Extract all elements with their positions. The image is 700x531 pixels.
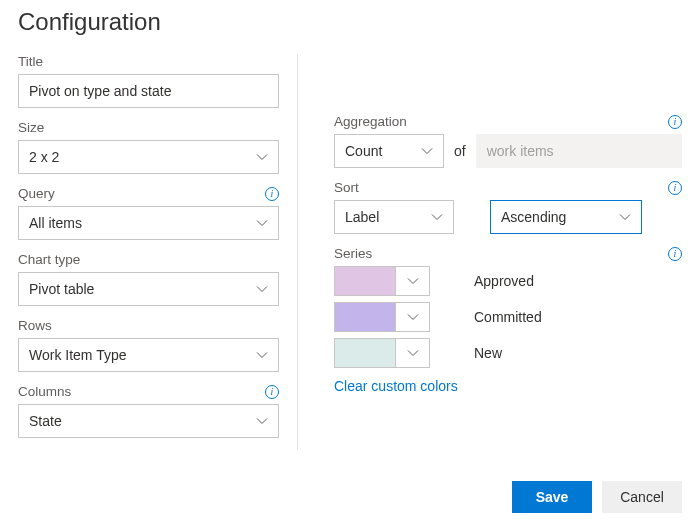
chevron-down-icon bbox=[256, 217, 268, 229]
chart-type-label: Chart type bbox=[18, 252, 80, 267]
series-name: Approved bbox=[474, 273, 534, 289]
color-swatch bbox=[334, 302, 396, 332]
clear-custom-colors-link[interactable]: Clear custom colors bbox=[334, 378, 458, 394]
chevron-down-icon bbox=[256, 151, 268, 163]
chevron-down-icon bbox=[421, 145, 433, 157]
chevron-down-icon bbox=[256, 283, 268, 295]
aggregation-label: Aggregation bbox=[334, 114, 407, 129]
series-row: Approved bbox=[334, 266, 682, 296]
chart-type-select[interactable]: Pivot table bbox=[18, 272, 279, 306]
color-dropdown[interactable] bbox=[396, 302, 430, 332]
info-icon[interactable]: i bbox=[265, 385, 279, 399]
series-label: Series bbox=[334, 246, 372, 261]
size-label: Size bbox=[18, 120, 44, 135]
color-swatch bbox=[334, 266, 396, 296]
chevron-down-icon bbox=[619, 211, 631, 223]
series-row: New bbox=[334, 338, 682, 368]
rows-select[interactable]: Work Item Type bbox=[18, 338, 279, 372]
chevron-down-icon bbox=[407, 311, 419, 323]
color-dropdown[interactable] bbox=[396, 338, 430, 368]
info-icon[interactable]: i bbox=[265, 187, 279, 201]
color-dropdown[interactable] bbox=[396, 266, 430, 296]
sort-field-select[interactable]: Label bbox=[334, 200, 454, 234]
save-button[interactable]: Save bbox=[512, 481, 592, 513]
sort-direction-select[interactable]: Ascending bbox=[490, 200, 642, 234]
right-column: Aggregation i Count of work items Sort i bbox=[298, 54, 682, 450]
title-label: Title bbox=[18, 54, 43, 69]
aggregation-select[interactable]: Count bbox=[334, 134, 444, 168]
chevron-down-icon bbox=[256, 349, 268, 361]
size-select[interactable]: 2 x 2 bbox=[18, 140, 279, 174]
cancel-button[interactable]: Cancel bbox=[602, 481, 682, 513]
columns-label: Columns bbox=[18, 384, 71, 399]
chevron-down-icon bbox=[407, 347, 419, 359]
info-icon[interactable]: i bbox=[668, 181, 682, 195]
title-input[interactable] bbox=[18, 74, 279, 108]
query-select[interactable]: All items bbox=[18, 206, 279, 240]
left-column: Title Size 2 x 2 Query i All items bbox=[18, 54, 298, 450]
series-name: Committed bbox=[474, 309, 542, 325]
aggregation-target: work items bbox=[476, 134, 682, 168]
columns-select[interactable]: State bbox=[18, 404, 279, 438]
chevron-down-icon bbox=[431, 211, 443, 223]
chevron-down-icon bbox=[407, 275, 419, 287]
query-label: Query bbox=[18, 186, 55, 201]
sort-label: Sort bbox=[334, 180, 359, 195]
color-swatch bbox=[334, 338, 396, 368]
info-icon[interactable]: i bbox=[668, 247, 682, 261]
rows-label: Rows bbox=[18, 318, 52, 333]
chevron-down-icon bbox=[256, 415, 268, 427]
of-label: of bbox=[454, 143, 466, 159]
page-title: Configuration bbox=[18, 8, 682, 36]
series-row: Committed bbox=[334, 302, 682, 332]
info-icon[interactable]: i bbox=[668, 115, 682, 129]
series-name: New bbox=[474, 345, 502, 361]
